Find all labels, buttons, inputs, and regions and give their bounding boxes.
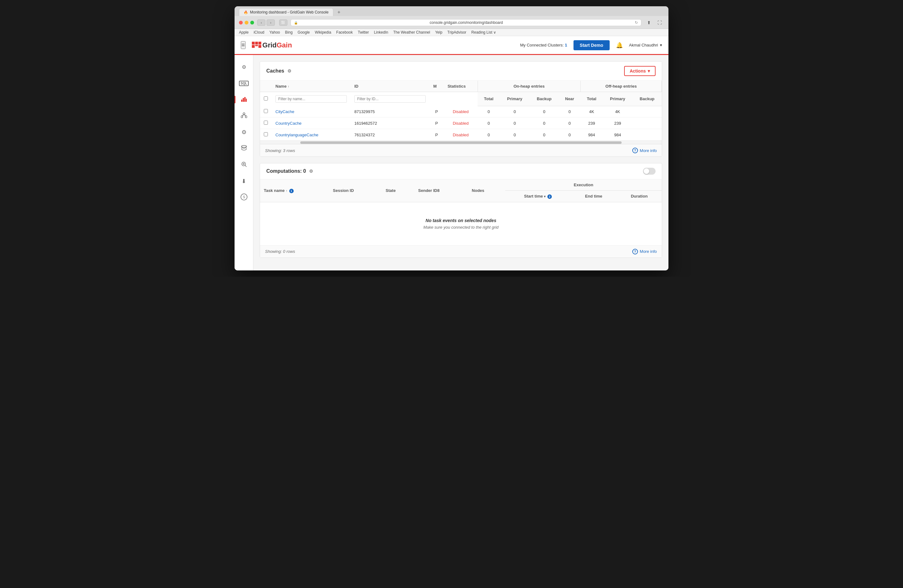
svg-rect-1 bbox=[255, 41, 258, 44]
bookmark-yahoo[interactable]: Yahoo bbox=[269, 30, 280, 34]
fullscreen-button[interactable]: ⛶ bbox=[655, 19, 664, 26]
task-sort-badge: 1 bbox=[289, 189, 294, 193]
bookmark-icloud[interactable]: iCloud bbox=[254, 30, 264, 34]
active-tab[interactable]: 🔥 Monitoring dashboard - GridGain Web Co… bbox=[239, 8, 333, 16]
notification-button[interactable]: 🔔 bbox=[616, 42, 623, 49]
select-all-checkbox[interactable] bbox=[264, 96, 268, 100]
id-filter-input[interactable] bbox=[354, 95, 426, 103]
col-on-heap-header: On-heap entries bbox=[478, 81, 580, 92]
col-name-header[interactable]: Name ↑ bbox=[272, 81, 351, 92]
col-start-time-header[interactable]: Start time ▾ 2 bbox=[505, 191, 571, 202]
row-checkbox[interactable] bbox=[264, 132, 268, 136]
sidebar-item-download[interactable]: ⬇ bbox=[237, 174, 251, 188]
refresh-icon[interactable]: ↻ bbox=[635, 20, 638, 25]
more-info-icon: ? bbox=[632, 147, 638, 153]
address-bar[interactable]: 🔒 console.gridgain.com/monitoring/dashbo… bbox=[291, 19, 642, 26]
sidebar-item-database[interactable] bbox=[237, 142, 251, 155]
bookmark-linkedin[interactable]: LinkedIn bbox=[374, 30, 388, 34]
col-id-header[interactable]: ID bbox=[351, 81, 429, 92]
col-on-heap-total-header: Total bbox=[478, 92, 500, 106]
bookmark-facebook[interactable]: Facebook bbox=[336, 30, 353, 34]
on-heap-total-cell: 0 bbox=[478, 129, 500, 141]
maximize-button[interactable] bbox=[250, 21, 254, 25]
gridgain-logo bbox=[252, 41, 261, 50]
bookmark-wikipedia[interactable]: Wikipedia bbox=[315, 30, 331, 34]
cache-stats-cell: Disabled bbox=[444, 118, 478, 129]
connected-clusters-count[interactable]: 1 bbox=[565, 43, 567, 47]
off-heap-primary-cell: 4K bbox=[603, 106, 632, 118]
share-button[interactable]: ⬆ bbox=[645, 19, 653, 26]
sidebar-item-monitoring[interactable] bbox=[237, 93, 251, 107]
minimize-button[interactable] bbox=[245, 21, 249, 25]
off-heap-total-cell: 4K bbox=[580, 106, 603, 118]
computations-table: Task name ↑ 1 Session ID State bbox=[260, 179, 662, 245]
bookmark-bing[interactable]: Bing bbox=[285, 30, 293, 34]
horizontal-scrollbar[interactable] bbox=[260, 140, 662, 144]
sidebar-toggle-button[interactable]: ⬜ bbox=[279, 19, 287, 26]
cache-m-cell: P bbox=[429, 129, 444, 141]
scrollbar-thumb[interactable] bbox=[300, 141, 621, 144]
back-button[interactable]: ‹ bbox=[257, 19, 265, 26]
bookmark-google[interactable]: Google bbox=[298, 30, 310, 34]
computations-more-info-link[interactable]: ? More info bbox=[632, 249, 657, 254]
col-statistics-header: Statistics bbox=[444, 81, 478, 92]
on-heap-near-cell: 0 bbox=[559, 118, 580, 129]
m-filter-cell bbox=[429, 92, 444, 106]
name-filter-input[interactable] bbox=[275, 95, 347, 103]
logo-grid-text: Grid bbox=[263, 41, 277, 49]
svg-point-11 bbox=[241, 116, 243, 118]
col-session-id-header: Session ID bbox=[329, 179, 382, 202]
connected-clusters-label: My Connected Clusters: bbox=[520, 43, 564, 47]
app-header: ≡ GridGain My Connected Clusters: 1 bbox=[234, 36, 669, 55]
caches-settings-icon[interactable]: ⚙ bbox=[287, 69, 291, 74]
col-select-all bbox=[260, 92, 272, 106]
caches-more-info-link[interactable]: ? More info bbox=[632, 147, 657, 153]
sidebar-item-profile[interactable]: S bbox=[237, 191, 251, 204]
col-off-heap-backup-header: Backup bbox=[632, 92, 662, 106]
browser-actions: ⬆ ⛶ bbox=[645, 19, 664, 26]
country-cache-link[interactable]: CountryCache bbox=[275, 121, 302, 125]
start-demo-button[interactable]: Start Demo bbox=[574, 40, 610, 50]
user-menu[interactable]: Akmal Chaudhri ▾ bbox=[629, 43, 662, 47]
new-tab-button[interactable]: + bbox=[335, 8, 343, 16]
cache-stats-cell: Disabled bbox=[444, 129, 478, 141]
stats-filter-cell bbox=[444, 92, 478, 106]
actions-button[interactable]: Actions ▾ bbox=[624, 66, 656, 76]
download-icon: ⬇ bbox=[241, 178, 246, 185]
logo-gain-text: Gain bbox=[277, 41, 292, 49]
computations-table-body: No task events on selected nodes Make su… bbox=[260, 202, 662, 245]
bookmark-yelp[interactable]: Yelp bbox=[435, 30, 442, 34]
col-task-name-header[interactable]: Task name ↑ 1 bbox=[260, 179, 329, 202]
cache-m-cell: P bbox=[429, 106, 444, 118]
bookmark-twitter[interactable]: Twitter bbox=[358, 30, 369, 34]
profile-icon: S bbox=[241, 193, 247, 202]
start-time-sort-icon: ▾ bbox=[544, 195, 546, 198]
tab-favicon: 🔥 bbox=[244, 10, 248, 14]
col-end-time-header: End time bbox=[571, 191, 617, 202]
off-heap-backup-cell bbox=[632, 129, 662, 141]
sidebar-item-settings[interactable]: ⚙ bbox=[237, 125, 251, 139]
computations-empty-state-row: No task events on selected nodes Make su… bbox=[260, 202, 662, 245]
row-checkbox[interactable] bbox=[264, 121, 268, 125]
forward-button[interactable]: › bbox=[267, 19, 275, 26]
row-checkbox[interactable] bbox=[264, 109, 268, 113]
col-name-sort-icon: ↑ bbox=[288, 85, 289, 88]
sidebar-item-sql[interactable]: SQL bbox=[237, 76, 251, 90]
col-off-heap-total-header: Total bbox=[580, 92, 603, 106]
svg-point-12 bbox=[245, 116, 247, 118]
menu-toggle-button[interactable]: ≡ bbox=[241, 41, 245, 49]
computations-settings-icon[interactable]: ⚙ bbox=[309, 169, 313, 174]
close-button[interactable] bbox=[239, 21, 243, 25]
bookmark-weather[interactable]: The Weather Channel bbox=[393, 30, 430, 34]
sidebar-item-cluster[interactable] bbox=[237, 109, 251, 123]
sidebar-item-dashboard[interactable]: ⚙ bbox=[237, 60, 251, 74]
caches-table-body: CityCache 871329975 P Disabled 0 0 bbox=[260, 106, 662, 140]
computations-toggle[interactable] bbox=[643, 168, 656, 175]
bookmark-apple[interactable]: Apple bbox=[239, 30, 249, 34]
bookmark-reading-list[interactable]: Reading List ∨ bbox=[471, 30, 496, 34]
caches-more-info-label: More info bbox=[640, 148, 657, 153]
sidebar-item-queries[interactable] bbox=[237, 158, 251, 172]
city-cache-link[interactable]: CityCache bbox=[275, 109, 294, 114]
bookmark-tripadvisor[interactable]: TripAdvisor bbox=[447, 30, 466, 34]
countrylanguage-cache-link[interactable]: CountrylanguageCache bbox=[275, 133, 318, 137]
